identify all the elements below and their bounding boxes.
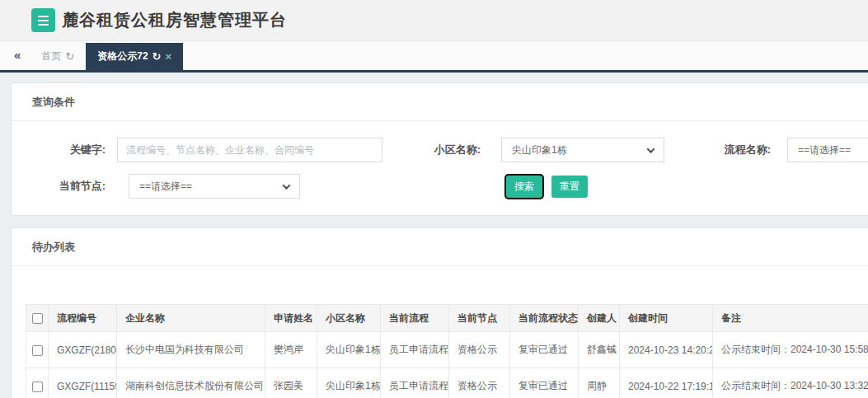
cell-current-process: 员工申请流程 [381,368,449,398]
app-window: 麓谷租赁公租房智慧管理平台 « 首页 ↻ 资格公示72 ↻ × 查询条件 关键字… [0,0,868,398]
chevron-down-icon [283,181,291,190]
cell-current-node: 资格公示 [449,332,510,368]
query-panel-title: 查询条件 [12,83,868,121]
cell-community-name: 尖山印象1栋 [317,368,381,398]
table-row: GXGZF(21807) 长沙中电国为科技有限公司 樊鸿岸 尖山印象1栋 员工申… [26,332,868,368]
cell-company-name: 长沙中电国为科技有限公司 [117,332,265,368]
select-all-checkbox[interactable] [32,313,43,324]
cell-process-status: 复审已通过 [510,368,579,398]
cell-process-status: 复审已通过 [510,332,579,368]
cell-create-time: 2024-10-23 14:20:29 [620,332,713,368]
cell-current-node: 资格公示 [449,368,510,398]
column-header-process-status: 当前流程状态 [510,305,579,332]
cell-applicant-name: 樊鸿岸 [265,332,317,368]
cell-remark: 公示结束时间：2024-10-30 15:58:24 [713,332,868,368]
column-header-creator: 创建人 [579,305,620,332]
page-title: 麓谷租赁公租房智慧管理平台 [62,9,287,31]
row-checkbox[interactable] [32,345,43,356]
cell-current-process: 员工申请流程 [381,332,449,368]
current-node-label: 当前节点: [12,179,117,194]
tab-home[interactable]: 首页 ↻ [30,43,86,70]
main-content: 查询条件 关键字: 小区名称: 尖山印象1栋 流程名称: ==请选择== [0,73,868,398]
app-header: 麓谷租赁公租房智慧管理平台 [0,0,868,41]
tab-home-label: 首页 [41,49,61,63]
tab-qualification-publicity[interactable]: 资格公示72 ↻ × [86,43,183,70]
community-name-select[interactable]: 尖山印象1栋 [501,138,664,162]
reset-button[interactable]: 重置 [551,176,588,198]
todo-panel: 待办列表 流程编号 企业名称 申请姓名 小区名称 [11,227,868,398]
menu-toggle-button[interactable] [31,8,55,32]
community-name-value: 尖山印象1栋 [512,143,567,157]
query-form-row-1: 关键字: 小区名称: 尖山印象1栋 流程名称: ==请选择== [12,138,868,162]
cell-community-name: 尖山印象1栋 [317,332,381,368]
table-row: GXGZF(11159) 湖南科创信息技术股份有限公司 张园美 尖山印象1栋 员… [26,368,868,398]
row-checkbox[interactable] [32,382,43,392]
keyword-input[interactable] [117,138,382,162]
cell-remark: 公示结束时间：2024-10-30 13:32:09 [713,368,868,398]
tab-bar: « 首页 ↻ 资格公示72 ↻ × [0,41,868,73]
keyword-label: 关键字: [12,143,117,157]
column-header-applicant-name: 申请姓名 [265,305,317,332]
column-header-current-node: 当前节点 [449,305,510,332]
current-node-value: ==请选择== [139,180,192,194]
column-header-remark: 备注 [713,305,868,332]
cell-company-name: 湖南科创信息技术股份有限公司 [117,368,265,398]
refresh-icon[interactable]: ↻ [152,51,162,62]
community-name-label: 小区名称: [382,143,501,157]
table-header-row: 流程编号 企业名称 申请姓名 小区名称 当前流程 当前节点 当前流程状态 创建人… [26,305,868,332]
column-header-company-name: 企业名称 [117,305,265,332]
process-name-label: 流程名称: [664,143,787,157]
cell-process-id: GXGZF(11159) [49,368,117,398]
process-name-select[interactable]: ==请选择== [787,138,868,162]
cell-process-id: GXGZF(21807) [49,332,117,368]
hamburger-icon [38,16,49,26]
form-buttons: 搜索 重置 [506,176,588,198]
column-header-create-time: 创建时间 [620,305,713,332]
cell-creator: 周静 [579,368,620,398]
column-header-process-id: 流程编号 [49,305,117,332]
refresh-icon[interactable]: ↻ [65,51,74,62]
column-header-community-name: 小区名称 [317,305,381,332]
query-form-row-2: 当前节点: ==请选择== 搜索 重置 [12,174,868,199]
todo-table: 流程编号 企业名称 申请姓名 小区名称 当前流程 当前节点 当前流程状态 创建人… [26,304,868,398]
tab-qualification-label: 资格公示72 [97,49,148,63]
todo-table-wrap: 流程编号 企业名称 申请姓名 小区名称 当前流程 当前节点 当前流程状态 创建人… [12,266,868,398]
collapse-tabs-icon[interactable]: « [5,48,30,64]
chevron-down-icon [647,145,655,153]
todo-panel-title: 待办列表 [12,228,868,266]
search-button[interactable]: 搜索 [506,176,542,198]
cell-creator: 舒鑫铖 [579,332,620,368]
cell-applicant-name: 张园美 [265,368,317,398]
query-form: 关键字: 小区名称: 尖山印象1栋 流程名称: ==请选择== 当前节点: [12,121,868,215]
query-panel: 查询条件 关键字: 小区名称: 尖山印象1栋 流程名称: ==请选择== [11,82,868,216]
close-icon[interactable]: × [166,51,172,62]
current-node-select[interactable]: ==请选择== [129,174,300,199]
process-name-value: ==请选择== [798,143,851,157]
column-header-current-process: 当前流程 [381,305,449,332]
cell-create-time: 2024-10-22 17:19:17 [620,368,713,398]
